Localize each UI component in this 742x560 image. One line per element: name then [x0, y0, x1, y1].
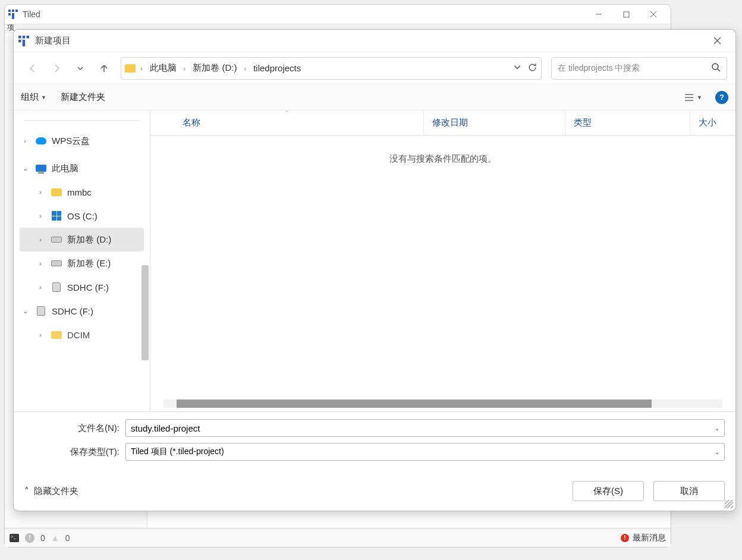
- column-label: 大小: [699, 117, 716, 128]
- chevron-down-icon[interactable]: ⌄: [20, 307, 30, 315]
- column-type[interactable]: 类型: [565, 111, 690, 135]
- chevron-up-icon: ˄: [24, 486, 29, 496]
- resize-grip[interactable]: [725, 500, 733, 508]
- tree-item-dcim[interactable]: › DCIM: [20, 323, 144, 347]
- main-titlebar[interactable]: Tiled: [5, 5, 671, 24]
- horizontal-scrollbar[interactable]: [164, 399, 722, 408]
- address-dropdown[interactable]: [513, 63, 521, 73]
- chevron-right-icon: ›: [181, 65, 188, 72]
- dialog-nav: › 此电脑 › 新加卷 (D:) › tiledprojects 在 tiled…: [14, 52, 735, 84]
- new-folder-button[interactable]: 新建文件夹: [61, 92, 105, 103]
- tiled-logo-icon: [8, 10, 18, 19]
- help-button[interactable]: ?: [715, 91, 728, 104]
- dialog-titlebar[interactable]: 新建项目: [14, 30, 735, 52]
- organize-label: 组织: [21, 92, 39, 103]
- search-placeholder: 在 tiledprojects 中搜索: [558, 63, 711, 74]
- chevron-right-icon: ›: [138, 65, 145, 72]
- breadcrumb-leaf[interactable]: tiledprojects: [251, 62, 303, 74]
- main-title: Tiled: [23, 10, 40, 19]
- chevron-right-icon[interactable]: ›: [20, 137, 30, 144]
- chevron-down-icon[interactable]: ⌄: [710, 425, 719, 432]
- tree-item-wps[interactable]: › WPS云盘: [20, 129, 144, 153]
- latest-news-button[interactable]: ! 最新消息: [621, 533, 666, 543]
- savetype-label: 保存类型(T):: [24, 446, 125, 458]
- form-area: 文件名(N): ⌄ 保存类型(T): Tiled 项目 (*.tiled-pro…: [14, 411, 735, 511]
- tree-item-sdhc-f1[interactable]: › SDHC (F:): [20, 275, 144, 299]
- sort-ascending-icon: ˄: [285, 111, 288, 116]
- column-size[interactable]: 大小: [690, 111, 735, 135]
- savetype-value: Tiled 项目 (*.tiled-project): [131, 446, 224, 457]
- folder-icon: [51, 331, 62, 339]
- address-bar[interactable]: › 此电脑 › 新加卷 (D:) › tiledprojects: [121, 57, 542, 80]
- dialog-title: 新建项目: [35, 35, 71, 46]
- scrollbar-thumb[interactable]: [177, 399, 652, 408]
- tree-item-d[interactable]: › 新加卷 (D:): [20, 228, 144, 251]
- tree-label: 新加卷 (D:): [67, 234, 111, 246]
- search-box[interactable]: 在 tiledprojects 中搜索: [551, 57, 727, 80]
- chevron-down-icon[interactable]: ⌄: [20, 165, 30, 172]
- drive-icon: [51, 237, 62, 243]
- nav-forward-button[interactable]: [46, 58, 67, 79]
- tree-item-os-c[interactable]: › OS (C:): [20, 204, 144, 228]
- chevron-right-icon[interactable]: ›: [35, 331, 46, 338]
- tiled-logo-icon: [18, 36, 29, 46]
- nav-back-button[interactable]: [22, 58, 43, 79]
- breadcrumb-root[interactable]: 此电脑: [147, 61, 179, 75]
- pc-icon: [36, 165, 46, 172]
- folder-icon: [51, 188, 62, 196]
- chevron-right-icon[interactable]: ›: [35, 188, 46, 196]
- filename-input[interactable]: [131, 423, 710, 433]
- tree-label: 新加卷 (E:): [67, 258, 111, 269]
- chevron-right-icon[interactable]: ›: [35, 236, 46, 243]
- info-icon[interactable]: !: [25, 533, 34, 543]
- column-label: 修改日期: [432, 117, 468, 128]
- tree-label: 此电脑: [52, 163, 78, 174]
- alert-icon: !: [621, 534, 629, 542]
- sd-card-icon: [52, 282, 61, 292]
- filename-field[interactable]: ⌄: [125, 419, 725, 437]
- chevron-right-icon[interactable]: ›: [35, 212, 46, 219]
- svg-point-11: [712, 64, 718, 70]
- dialog-close-button[interactable]: [703, 30, 731, 52]
- tree-item-sdhc-f2[interactable]: ⌄ SDHC (F:): [20, 299, 144, 323]
- console-icon[interactable]: [10, 534, 19, 542]
- tree-item-thispc[interactable]: ⌄ 此电脑: [20, 156, 144, 180]
- column-name[interactable]: ˄ 名称: [150, 111, 424, 135]
- hide-folders-label: 隐藏文件夹: [34, 486, 78, 497]
- minimize-button[interactable]: [585, 5, 612, 24]
- view-options-button[interactable]: ▼: [684, 93, 702, 102]
- tree-scrollbar[interactable]: [142, 265, 149, 360]
- save-button[interactable]: 保存(S): [573, 481, 644, 501]
- tree-item-mmbc[interactable]: › mmbc: [20, 180, 144, 204]
- file-list-area: ˄ 名称 修改日期 类型 大小 没有与搜索条件匹配的项。: [150, 111, 735, 411]
- close-button[interactable]: [640, 5, 667, 24]
- sd-card-icon: [37, 306, 45, 316]
- tree-label: mmbc: [67, 187, 92, 197]
- tree-item-e[interactable]: › 新加卷 (E:): [20, 251, 144, 275]
- dialog-toolbar: 组织 ▼ 新建文件夹 ▼ ?: [14, 84, 735, 111]
- filename-label: 文件名(N):: [24, 423, 125, 434]
- nav-up-button[interactable]: [93, 58, 115, 79]
- nav-tree[interactable]: › WPS云盘 ⌄ 此电脑 › mmbc › OS (C:) ›: [14, 111, 150, 411]
- chevron-down-icon[interactable]: ⌄: [710, 449, 719, 455]
- warning-icon[interactable]: ▲: [51, 533, 59, 543]
- breadcrumb-mid[interactable]: 新加卷 (D:): [190, 61, 239, 75]
- column-header-row: ˄ 名称 修改日期 类型 大小: [150, 111, 735, 136]
- chevron-right-icon[interactable]: ›: [35, 284, 46, 291]
- column-label: 类型: [574, 117, 592, 128]
- maximize-button[interactable]: [612, 5, 640, 24]
- cancel-button[interactable]: 取消: [653, 481, 725, 501]
- savetype-field[interactable]: Tiled 项目 (*.tiled-project) ⌄: [125, 443, 725, 461]
- cloud-icon: [36, 137, 46, 144]
- nav-recent-button[interactable]: [70, 58, 91, 79]
- column-label: 名称: [159, 117, 200, 128]
- statusbar: ! 0 ▲ 0 ! 最新消息: [5, 528, 671, 547]
- windows-icon: [52, 211, 61, 221]
- refresh-button[interactable]: [527, 62, 537, 74]
- chevron-down-icon: ▼: [697, 95, 702, 100]
- organize-menu[interactable]: 组织 ▼: [21, 92, 46, 103]
- hide-folders-toggle[interactable]: ˄ 隐藏文件夹: [24, 486, 78, 497]
- column-date[interactable]: 修改日期: [424, 111, 565, 135]
- chevron-right-icon[interactable]: ›: [35, 260, 46, 267]
- chevron-right-icon: ›: [242, 65, 249, 72]
